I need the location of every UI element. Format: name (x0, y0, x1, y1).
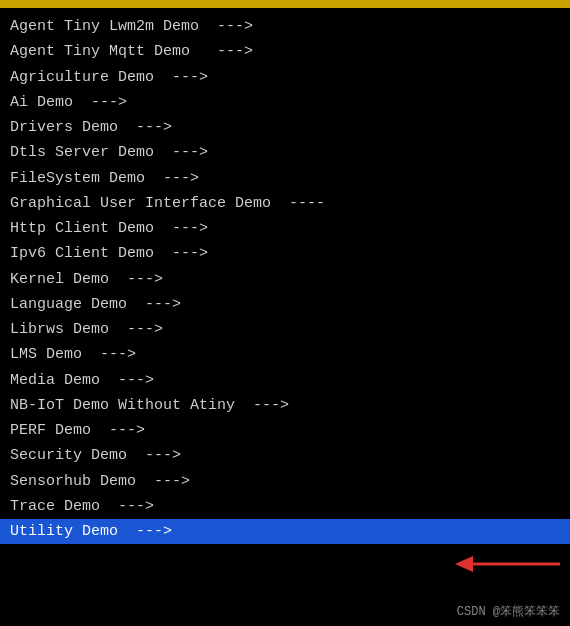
menu-list: Agent Tiny Lwm2m Demo --->Agent Tiny Mqt… (0, 14, 570, 544)
menu-item[interactable]: Agent Tiny Mqtt Demo ---> (0, 39, 570, 64)
svg-marker-1 (455, 556, 473, 572)
menu-item[interactable]: Utility Demo ---> (0, 519, 570, 544)
menu-item[interactable]: Media Demo ---> (0, 368, 570, 393)
terminal: Agent Tiny Lwm2m Demo --->Agent Tiny Mqt… (0, 8, 570, 626)
menu-item[interactable]: Sensorhub Demo ---> (0, 469, 570, 494)
menu-item[interactable]: PERF Demo ---> (0, 418, 570, 443)
menu-item[interactable]: LMS Demo ---> (0, 342, 570, 367)
menu-item[interactable]: Dtls Server Demo ---> (0, 140, 570, 165)
menu-item[interactable]: FileSystem Demo ---> (0, 166, 570, 191)
menu-item[interactable]: Language Demo ---> (0, 292, 570, 317)
menu-item[interactable]: Http Client Demo ---> (0, 216, 570, 241)
top-bar (0, 0, 570, 8)
menu-item[interactable]: Librws Demo ---> (0, 317, 570, 342)
menu-item[interactable]: Ai Demo ---> (0, 90, 570, 115)
menu-item[interactable]: Trace Demo ---> (0, 494, 570, 519)
menu-item[interactable]: Agriculture Demo ---> (0, 65, 570, 90)
menu-item[interactable]: Agent Tiny Lwm2m Demo ---> (0, 14, 570, 39)
menu-item[interactable]: Graphical User Interface Demo ---- (0, 191, 570, 216)
arrow-icon (405, 548, 565, 580)
menu-item[interactable]: NB-IoT Demo Without Atiny ---> (0, 393, 570, 418)
menu-item[interactable]: Security Demo ---> (0, 443, 570, 468)
watermark: CSDN @笨熊笨笨笨 (457, 603, 560, 620)
menu-item[interactable]: Kernel Demo ---> (0, 267, 570, 292)
menu-item[interactable]: Drivers Demo ---> (0, 115, 570, 140)
menu-item[interactable]: Ipv6 Client Demo ---> (0, 241, 570, 266)
